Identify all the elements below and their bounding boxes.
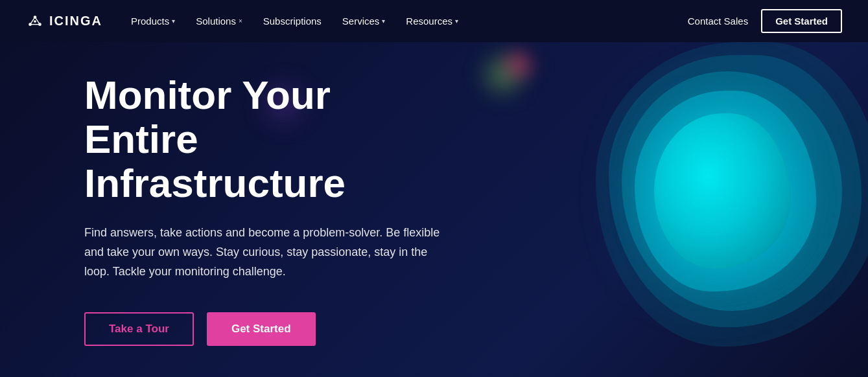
nav-services[interactable]: Services ▾ [333,10,395,32]
hero-subtitle: Find answers, take actions and become a … [84,223,447,281]
light-pink-orb [499,45,538,84]
brand-name: iCinga [49,14,102,29]
take-a-tour-button[interactable]: Take a Tour [84,312,194,346]
orb-center [654,113,790,269]
navbar: iCinga Products ▾ Solutions × Subscripti… [0,0,868,42]
hero-orb-container [557,42,868,377]
resources-chevron-icon: ▾ [455,17,458,25]
nav-links: Products ▾ Solutions × Subscriptions Ser… [122,10,688,32]
products-chevron-icon: ▾ [172,17,175,25]
nav-products[interactable]: Products ▾ [122,10,184,32]
nav-solutions[interactable]: Solutions × [187,10,252,32]
nav-resources[interactable]: Resources ▾ [397,10,467,32]
nav-get-started-button[interactable]: Get Started [761,9,842,33]
hero-section: Monitor Your Entire Infrastructure Find … [0,42,868,377]
solutions-chevron-icon: × [239,17,242,25]
contact-sales-link[interactable]: Contact Sales [688,16,748,27]
hero-buttons: Take a Tour Get Started [84,312,454,346]
svg-point-6 [34,20,36,23]
get-started-button[interactable]: Get Started [207,312,316,346]
orb-layer-4 [596,42,868,347]
orb-layer-2 [622,71,842,311]
nav-right: Contact Sales Get Started [688,9,842,33]
logo-icon [26,12,44,30]
logo[interactable]: iCinga [26,12,102,30]
hero-content: Monitor Your Entire Infrastructure Find … [0,73,454,347]
nav-subscriptions[interactable]: Subscriptions [254,10,331,32]
orb-layer-1 [635,91,816,291]
services-chevron-icon: ▾ [382,17,385,25]
hero-title: Monitor Your Entire Infrastructure [84,73,454,206]
orb-layer-3 [609,55,862,327]
